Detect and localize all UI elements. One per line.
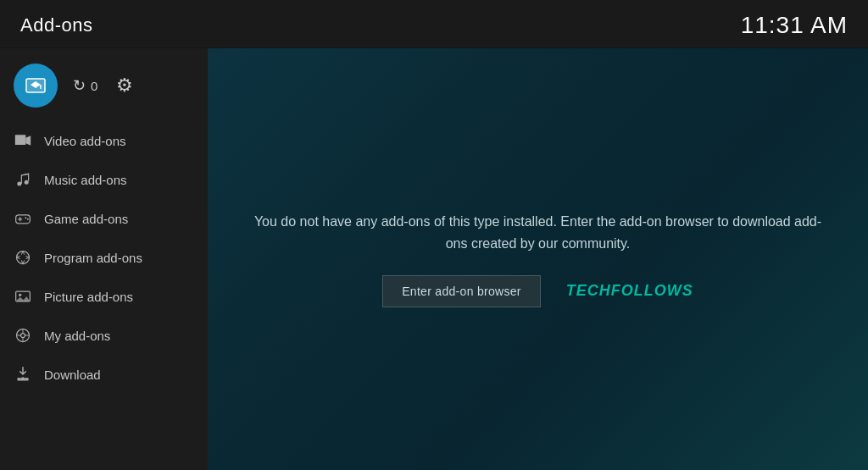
svg-point-11 [25, 217, 26, 218]
page-title: Add-ons [20, 14, 92, 36]
sidebar-item-label: Picture add-ons [44, 290, 133, 304]
sidebar-item-label: My add-ons [44, 329, 110, 343]
refresh-icon: ↻ [73, 76, 86, 95]
sidebar-item-label: Music add-ons [44, 173, 127, 187]
addon-home-icon[interactable] [14, 64, 58, 108]
picture-icon [14, 287, 32, 306]
svg-point-12 [27, 218, 29, 220]
content-actions: Enter add-on browser TECHFOLLOWS [250, 275, 826, 307]
settings-button[interactable]: ⚙ [116, 75, 133, 97]
refresh-button[interactable]: ↻ 0 [73, 76, 97, 95]
sidebar-top-bar: ↻ 0 ⚙ [0, 57, 208, 121]
sidebar-item-music-addons[interactable]: Music add-ons [0, 160, 208, 199]
sidebar-item-video-addons[interactable]: Video add-ons [0, 121, 208, 160]
sidebar: ↻ 0 ⚙ Video add-ons [0, 48, 208, 470]
sidebar-item-label: Program add-ons [44, 251, 142, 265]
sidebar-item-picture-addons[interactable]: Picture add-ons [0, 277, 208, 316]
content-inner: You do not have any add-ons of this type… [233, 194, 843, 323]
svg-point-26 [21, 334, 25, 338]
svg-point-6 [25, 180, 29, 185]
svg-point-23 [19, 294, 21, 296]
sidebar-item-label: Game add-ons [44, 212, 128, 226]
download-icon [14, 365, 32, 384]
header: Add-ons 11:31 AM [0, 0, 868, 47]
main-layout: ↻ 0 ⚙ Video add-ons [0, 48, 868, 470]
content-area: You do not have any add-ons of this type… [208, 48, 868, 470]
svg-rect-3 [15, 135, 25, 145]
svg-point-5 [17, 182, 21, 186]
sidebar-item-label: Video add-ons [44, 134, 125, 148]
video-icon [14, 131, 32, 150]
sidebar-item-label: Download [44, 368, 101, 382]
enter-addon-browser-button[interactable]: Enter add-on browser [382, 275, 541, 307]
settings-icon: ⚙ [116, 75, 133, 96]
program-icon [14, 248, 32, 267]
refresh-count: 0 [91, 79, 97, 93]
sidebar-item-game-addons[interactable]: Game add-ons [0, 199, 208, 238]
svg-point-13 [17, 252, 30, 264]
svg-point-31 [21, 377, 24, 379]
sidebar-item-my-addons[interactable]: My add-ons [0, 316, 208, 355]
svg-marker-4 [25, 135, 31, 146]
my-addons-icon [14, 326, 32, 345]
game-icon [14, 209, 32, 228]
music-icon [14, 170, 32, 189]
sidebar-item-program-addons[interactable]: Program add-ons [0, 238, 208, 277]
clock: 11:31 AM [741, 12, 848, 39]
sidebar-item-download[interactable]: Download [0, 355, 208, 394]
watermark-text: TECHFOLLOWS [566, 282, 693, 300]
svg-marker-24 [16, 296, 31, 301]
empty-state-message: You do not have any add-ons of this type… [250, 211, 826, 254]
svg-line-7 [21, 174, 28, 175]
